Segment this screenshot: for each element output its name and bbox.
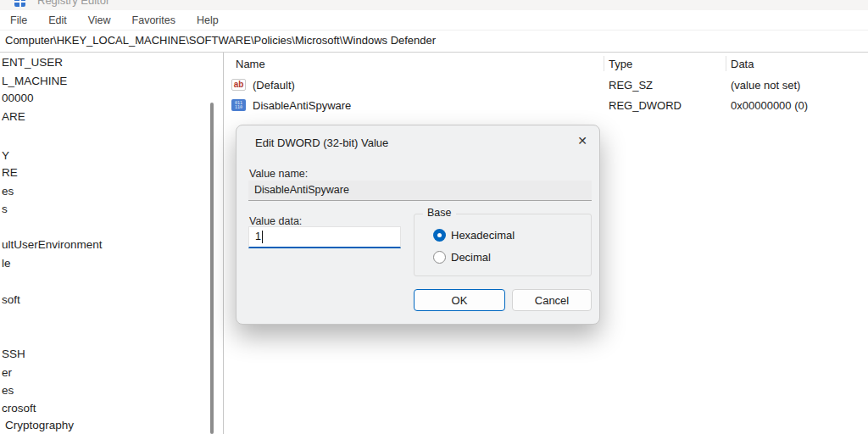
menu-file[interactable]: File (8, 13, 30, 28)
value-data-label: Value data: (249, 215, 302, 227)
tree-item[interactable]: es (2, 185, 14, 198)
menu-bar: File Edit View Favorites Help (0, 10, 868, 31)
registry-editor-icon (14, 0, 25, 7)
tree-item[interactable]: le (2, 257, 11, 270)
column-divider[interactable] (726, 56, 726, 71)
value-type: REG_SZ (609, 79, 653, 92)
column-header-type[interactable]: Type (609, 58, 632, 70)
value-data: 0x00000000 (0) (731, 99, 808, 112)
radio-decimal-label: Decimal (451, 251, 491, 264)
cancel-button[interactable]: Cancel (512, 289, 592, 311)
value-name-field: DisableAntiSpyware (248, 181, 592, 201)
column-header-name[interactable]: Name (236, 58, 265, 70)
registry-path[interactable]: Computer\HKEY_LOCAL_MACHINE\SOFTWARE\Pol… (5, 34, 436, 47)
dialog-title: Edit DWORD (32-bit) Value (255, 136, 388, 149)
edit-dword-dialog: Edit DWORD (32-bit) Value ✕ Value name: … (236, 125, 600, 325)
tree-item[interactable]: ARE (2, 110, 25, 123)
dword-value-icon: 011 110 (231, 99, 246, 111)
value-type: REG_DWORD (609, 99, 682, 112)
menu-view[interactable]: View (86, 13, 114, 28)
tree-item[interactable]: er (2, 366, 12, 379)
column-divider[interactable] (604, 56, 604, 71)
value-data: (value not set) (731, 79, 800, 92)
address-bar[interactable]: Computer\HKEY_LOCAL_MACHINE\SOFTWARE\Pol… (0, 31, 868, 53)
column-header-data[interactable]: Data (731, 58, 754, 70)
tree-item[interactable]: soft (2, 293, 20, 306)
radio-hexadecimal[interactable]: Hexadecimal (433, 229, 515, 242)
value-name: (Default) (253, 79, 295, 92)
text-caret (262, 231, 263, 243)
radio-hexadecimal-label: Hexadecimal (451, 229, 515, 242)
tree-item[interactable]: es (2, 384, 14, 397)
tree-item[interactable]: L_MACHINE (2, 75, 67, 87)
value-name: DisableAntiSpyware (253, 99, 351, 112)
tree-item[interactable]: crosoft (2, 402, 36, 415)
value-row-disableantispyware[interactable]: 011 110 DisableAntiSpyware REG_DWORD 0x0… (225, 96, 868, 116)
tree-item[interactable]: s (2, 203, 8, 215)
value-row-default[interactable]: ab (Default) REG_SZ (value not set) (225, 75, 868, 96)
value-data-input[interactable]: 1 (248, 226, 401, 248)
registry-editor-window: Registry Editor File Edit View Favorites… (0, 0, 868, 434)
string-value-icon: ab (231, 79, 246, 91)
tree-vertical-scrollbar[interactable] (210, 103, 214, 434)
tree-item[interactable]: Y (2, 149, 9, 162)
menu-help[interactable]: Help (194, 13, 221, 28)
radio-unselected-icon (433, 251, 446, 264)
tree-item[interactable]: RE (2, 166, 18, 179)
radio-selected-icon (433, 229, 446, 242)
base-groupbox: Base Hexadecimal Decimal (414, 214, 592, 276)
window-title: Registry Editor (37, 0, 109, 7)
radio-decimal[interactable]: Decimal (433, 251, 491, 264)
value-name-label: Value name: (249, 168, 308, 180)
menu-favorites[interactable]: Favorites (130, 13, 178, 28)
ok-button[interactable]: OK (414, 289, 505, 311)
tree-item[interactable]: 00000 (2, 92, 34, 104)
window-titlebar: Registry Editor (0, 0, 868, 10)
tree-item[interactable]: SSH (2, 348, 25, 360)
base-group-label: Base (423, 207, 456, 219)
tree-item[interactable]: Cryptography (5, 419, 74, 431)
value-data-text: 1 (255, 231, 261, 242)
menu-edit[interactable]: Edit (46, 13, 70, 28)
registry-tree-pane: ENT_USER L_MACHINE 00000 ARE Y RE es s u… (0, 53, 224, 434)
tree-item[interactable]: ENT_USER (2, 56, 63, 69)
dword-icon-bits: 110 (235, 105, 242, 109)
close-icon[interactable]: ✕ (572, 131, 593, 151)
tree-item[interactable]: ultUserEnvironment (2, 238, 103, 251)
